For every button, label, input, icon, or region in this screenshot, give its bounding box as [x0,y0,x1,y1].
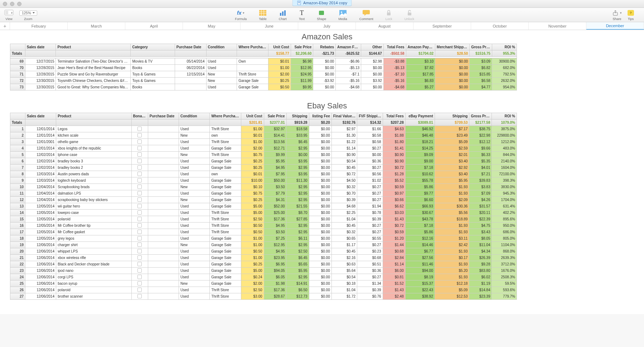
ebay-payment[interactable]: $18.21 [405,139,435,145]
shipping-out[interactable]: $1.93 [435,184,469,190]
unit-cost[interactable]: $5.00 [241,210,264,216]
fvf-shipping[interactable]: $1.02 [357,177,383,184]
final-value-fee[interactable]: $0.54 [331,274,357,280]
condition[interactable]: Used [179,177,209,184]
condition[interactable]: Used [179,287,209,293]
shipping-out[interactable]: $1.93 [435,223,469,229]
rebates[interactable]: $0.00 [313,65,336,71]
merchant-shipping[interactable]: $0.00 [435,78,470,84]
unit-cost[interactable]: $0.01 [268,58,291,65]
row-number[interactable]: 26 [10,287,25,293]
sale-price[interactable]: $9.99 [264,152,286,158]
category[interactable]: Toys & Games [131,78,175,84]
column-header[interactable]: Total Fees [383,44,406,50]
purchase-date[interactable] [148,242,179,248]
product[interactable]: bradley books 2 [56,165,131,171]
shipping-out[interactable]: $3.40 [435,171,469,177]
other[interactable]: $0.00 [361,71,384,78]
zoom-button[interactable]: 125% Zoom [19,9,37,21]
row-number[interactable]: 27 [10,293,25,300]
gross-profit[interactable]: $4.34 [469,248,492,255]
final-value-fee[interactable]: $2.25 [331,210,357,216]
merchant-shipping[interactable]: $0.00 [435,84,470,91]
ebay-payment[interactable]: $14.46 [405,242,435,248]
totals-label[interactable]: Totals [10,119,25,126]
column-header[interactable]: Rebates [313,44,336,50]
where-purchased[interactable] [237,65,268,71]
roi[interactable]: 1604.0% [492,165,517,171]
roi[interactable]: 2140.0% [492,158,517,165]
listing-fee[interactable]: $0.00 [309,203,331,210]
purchase-date[interactable] [148,248,179,255]
totals-cell[interactable] [206,50,237,57]
condition[interactable]: Used [179,158,209,165]
totals-cell[interactable]: -$625.52 [336,50,361,57]
listing-fee[interactable]: $0.00 [309,235,331,242]
condition[interactable]: Used [179,274,209,280]
roi[interactable]: 1104.0% [492,242,517,248]
where-purchased[interactable]: Thrift Store [210,223,241,229]
shipping-in[interactable]: $14.91 [286,280,309,287]
roi[interactable]: 792.5% [492,71,517,78]
sale-price[interactable]: $17.36 [264,216,286,223]
total-fees[interactable]: $4.63 [383,126,405,132]
total-fees[interactable]: $0.90 [383,152,405,158]
totals-cell[interactable] [25,119,56,126]
column-header[interactable]: Amazon Fees [336,44,361,50]
comment-button[interactable]: Comment [359,9,373,21]
purchase-date[interactable] [148,293,179,300]
gross-profit[interactable]: $22.98 [469,132,492,139]
unit-cost[interactable]: $2.50 [241,216,264,223]
purchase-date[interactable] [148,158,179,165]
condition[interactable]: Used [206,84,237,91]
row-number[interactable]: 5 [10,152,25,158]
totals-cell[interactable]: $201.81 [241,119,264,126]
total-fees[interactable]: $1.88 [383,132,405,139]
column-header[interactable]: Purchase Date [175,44,206,50]
final-value-fee[interactable]: $0.39 [331,197,357,203]
bonanza-checkbox[interactable] [131,223,148,229]
product[interactable]: corgi LPS [56,274,131,280]
fvf-shipping[interactable]: $0.39 [357,216,383,223]
column-header[interactable] [10,113,25,119]
roi[interactable]: 1704.0% [492,197,517,203]
ebay-payment[interactable]: $9.00 [405,158,435,165]
column-header[interactable] [10,44,25,50]
ebay-payment[interactable]: $5.86 [405,184,435,190]
product[interactable]: Legos [56,126,131,132]
bonanza-checkbox[interactable] [131,203,148,210]
ebay-payment[interactable]: $10.62 [405,171,435,177]
purchase-date[interactable] [148,223,179,229]
final-value-fee[interactable]: $0.45 [331,165,357,171]
sales-date[interactable]: 12/02/2014 [25,158,56,165]
total-fees[interactable]: $1.43 [383,287,405,293]
final-value-fee[interactable]: $4.50 [331,177,357,184]
row-number[interactable]: 70 [10,65,25,71]
gross-profit[interactable]: $26.39 [469,255,492,261]
bonanza-checkbox[interactable] [131,248,148,255]
add-sheet-button[interactable]: + [0,22,10,30]
totals-cell[interactable]: $1704.02 [406,50,435,57]
product[interactable]: Mr Coffee brother tip [56,223,131,229]
row-number[interactable]: 14 [10,210,25,216]
shipping-out[interactable]: $2.92 [435,165,469,171]
purchase-date[interactable] [148,268,179,274]
gross-profit[interactable]: $83.80 [469,268,492,274]
ebay-payment[interactable]: $6.77 [405,248,435,255]
total-fees[interactable]: $0.90 [383,158,405,165]
final-value-fee[interactable]: $5.64 [331,268,357,274]
ebay-payment[interactable]: $7.18 [405,165,435,171]
where-purchased[interactable]: Garage Sale [237,84,268,91]
view-button[interactable]: View [4,9,14,21]
column-header[interactable]: FVF Shipping [357,113,383,119]
row-number[interactable]: 69 [10,58,25,65]
row-number[interactable]: 24 [10,274,25,280]
shipping-in[interactable]: $6.45 [286,139,309,145]
listing-fee[interactable]: $0.00 [309,177,331,184]
purchase-date[interactable]: 05/14/2014 [175,58,206,65]
unit-cost[interactable]: $0.25 [268,78,291,84]
condition[interactable]: New [179,184,209,190]
fvf-shipping[interactable]: $0.27 [357,223,383,229]
sale-price[interactable]: $3.50 [264,229,286,235]
gross-profit[interactable]: $3.43 [469,229,492,235]
